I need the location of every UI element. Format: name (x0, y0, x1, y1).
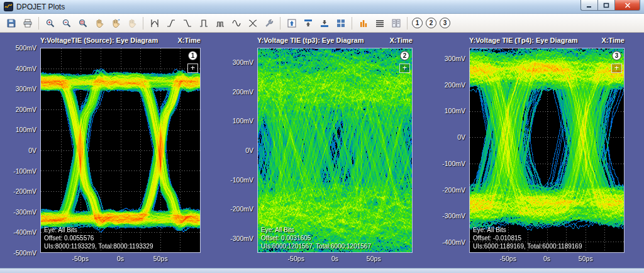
plot-selector-button[interactable]: 3 (440, 18, 450, 28)
y-axis-tick-label: -300mV (434, 211, 465, 220)
export-up-icon (287, 18, 297, 28)
plot-3-x-title: X:Time (602, 36, 625, 47)
y-axis-tick-label: 100mV (222, 116, 253, 125)
zoom-in-icon (45, 18, 55, 28)
print-button[interactable] (19, 16, 35, 31)
summary-columns-icon (391, 18, 401, 28)
summary-rows-icon (375, 18, 385, 28)
toolbar: 123 (0, 14, 644, 33)
y-axis-tick-label: 300mV (5, 84, 36, 93)
plot-number-badge-3: 3 (612, 51, 621, 60)
y-axis-tick-label: 400mV (5, 64, 36, 73)
eye-stats-overlay-2: Eye: All BitsOffset: 0.0031605UIs:6000:1… (261, 226, 371, 250)
window-controls (580, 0, 640, 11)
dock-top-button[interactable] (300, 16, 316, 31)
grid-view-button[interactable] (333, 16, 348, 31)
save-icon (6, 18, 16, 28)
zoom-fit-button[interactable] (75, 16, 91, 31)
stat-line: Eye: All Bits (44, 226, 153, 234)
pan-vertical-button[interactable] (108, 16, 123, 31)
y-axis-tick-label: -100mV (222, 176, 253, 184)
eye-diagram-canvas-1[interactable] (40, 48, 201, 253)
plot-number-badge-1: 1 (188, 51, 197, 60)
plot-panel-2: Y:Voltage TIE (tp3): Eye Diagram X:Time … (222, 36, 413, 253)
plot-3-x-axis: -50ps0s50ps (469, 255, 625, 264)
toolbar-separator (143, 17, 143, 30)
x-axis-tick-label: 50ps (579, 255, 593, 262)
zoom-out-button[interactable] (58, 16, 74, 31)
y-axis-tick-label: 300mV (434, 54, 465, 63)
pulse-icon (199, 18, 209, 28)
zoom-in-button[interactable] (42, 16, 58, 31)
pulse-button[interactable] (196, 16, 211, 31)
app-window: DPOJET Plots (0, 0, 644, 273)
plot-2-y-axis: 300mV200mV100mV0V-100mV-200mV-300mV (222, 48, 257, 253)
stat-line: Offset: 0.0055576 (44, 234, 153, 242)
dock-bottom-button[interactable] (316, 16, 332, 31)
y-axis-tick-label: 300mV (222, 58, 253, 67)
expand-plot-2-button[interactable]: + (399, 64, 410, 73)
edge-rise-button[interactable] (163, 16, 179, 31)
app-icon (4, 2, 13, 11)
y-axis-tick-label: 200mV (222, 87, 253, 96)
edge-fall-button[interactable] (179, 16, 195, 31)
y-axis-tick-label: 0V (222, 146, 253, 155)
maximize-button[interactable] (597, 0, 614, 11)
pan-horizontal-icon (127, 18, 137, 28)
plot-1-y-axis: 500mV400mV300mV200mV100mV0V-100mV-200mV-… (5, 48, 40, 253)
eye-diagram-canvas-3[interactable] (469, 48, 625, 253)
y-axis-tick-label: -200mV (5, 187, 36, 196)
plot-panel-3: Y:Voltage TIE (Tp4): Eye Diagram X:Time … (434, 36, 625, 253)
plot-2-header: Y:Voltage TIE (tp3): Eye Diagram X:Time (257, 36, 413, 47)
maximize-icon (603, 3, 609, 8)
summary-columns-button[interactable] (388, 16, 404, 31)
x-axis-tick-label: 50ps (153, 255, 168, 262)
toolbar-separator (38, 17, 39, 30)
y-axis-tick-label: 0V (5, 146, 36, 155)
x-axis-tick-label: 0s (117, 255, 124, 262)
window-resize-border[interactable] (0, 268, 644, 273)
minimize-icon (586, 3, 592, 8)
save-button[interactable] (3, 16, 19, 31)
dual-pulse-icon (215, 18, 225, 28)
x-axis-tick-label: 50ps (367, 255, 381, 262)
pan-button[interactable] (91, 16, 107, 31)
pan-horizontal-button[interactable] (124, 16, 140, 31)
y-axis-tick-label: -100mV (5, 167, 36, 176)
cursor-vbars-icon (150, 18, 160, 28)
expand-plot-1-button[interactable]: + (187, 64, 198, 73)
dock-top-icon (303, 18, 313, 28)
y-axis-tick-label: -500mV (5, 248, 36, 257)
plot-selector-button[interactable]: 2 (426, 18, 436, 28)
y-axis-tick-label: 200mV (434, 81, 465, 89)
sine-button[interactable] (228, 16, 244, 31)
zoom-out-icon (62, 18, 72, 28)
close-button[interactable] (614, 0, 640, 11)
plot-1-x-axis: -50ps0s50ps (40, 255, 201, 264)
edge-rise-icon (166, 18, 176, 28)
stat-line: Eye: All Bits (473, 226, 582, 234)
plot-selector-button[interactable]: 1 (412, 18, 423, 28)
configure-button[interactable] (261, 16, 277, 31)
cursor-vbars-button[interactable] (147, 16, 162, 31)
minimize-button[interactable] (580, 0, 597, 11)
y-axis-tick-label: -200mV (222, 204, 253, 213)
x-axis-tick-label: -50ps (72, 255, 89, 262)
summary-rows-button[interactable] (372, 16, 387, 31)
stat-line: Eye: All Bits (261, 226, 371, 234)
histogram-button[interactable] (355, 16, 371, 31)
stat-line: Offset: 0.0031605 (261, 234, 371, 242)
expand-plot-3-button[interactable]: + (611, 64, 622, 73)
eye-diagram-canvas-2[interactable] (257, 48, 413, 253)
eye-crossings-button[interactable] (245, 16, 260, 31)
dual-pulse-button[interactable] (212, 16, 228, 31)
stat-line: UIs:6000:1201567, Total:6000:1201567 (261, 242, 371, 250)
y-axis-tick-label: 0V (434, 133, 465, 142)
titlebar[interactable]: DPOJET Plots (0, 0, 644, 14)
dock-bottom-icon (319, 18, 330, 28)
plot-panel-1: Y:VoltageTIE (Source): Eye Diagram X:Tim… (5, 36, 201, 253)
export-up-button[interactable] (284, 16, 299, 31)
eye-stats-overlay-3: Eye: All BitsOffset: -0.010815UIs:6000:1… (473, 226, 582, 250)
toolbar-separator (280, 17, 280, 30)
sine-icon (231, 18, 242, 28)
